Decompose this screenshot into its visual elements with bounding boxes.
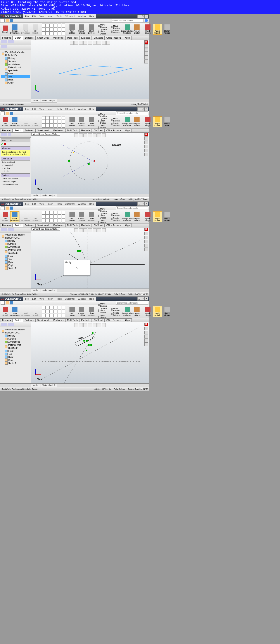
search-input[interactable] (112, 19, 144, 22)
offset-button[interactable]: Offset Entities (87, 24, 96, 35)
rapid-sketch-button[interactable]: Rapid Sketch (153, 306, 162, 317)
exit-sketch-button[interactable]: Exit Sketch (1, 116, 10, 127)
menu-edit[interactable]: Edit (31, 108, 37, 111)
circle-tool[interactable] (46, 24, 50, 27)
tree-material[interactable]: Material <not specified> (1, 66, 30, 72)
move-entities[interactable]: Move Entities (111, 212, 120, 217)
view-palette-icon[interactable] (144, 52, 148, 56)
convert-button[interactable]: Convert Entities (77, 24, 86, 35)
menu-insert[interactable]: Insert (46, 108, 54, 111)
tab-model[interactable]: Model (31, 289, 40, 292)
add-dimension-button[interactable]: Add Dimension (21, 24, 30, 35)
exit-sketch-button[interactable]: Exit Sketch (1, 306, 10, 317)
tab-weldments[interactable]: Weldments (51, 36, 66, 40)
fillet-tool[interactable] (50, 120, 54, 124)
menu-file[interactable]: File (24, 108, 30, 111)
misc-tool[interactable] (62, 124, 65, 128)
tree-origin[interactable]: Origin (1, 81, 30, 84)
config-icon[interactable] (8, 133, 11, 136)
minimize-button[interactable]: _ (137, 202, 141, 206)
save-icon[interactable] (10, 302, 13, 304)
tree-origin[interactable]: Origin (1, 359, 30, 362)
zoom-fit-icon[interactable] (70, 41, 74, 45)
tree-right[interactable]: Right (1, 261, 30, 264)
tab-align[interactable]: Align (123, 36, 132, 40)
tree-icon[interactable] (1, 40, 4, 44)
tree-top[interactable]: Top (1, 75, 30, 78)
cancel-button[interactable]: ✖ (4, 143, 6, 146)
hide-show-icon[interactable] (97, 134, 101, 138)
new-icon[interactable] (1, 301, 5, 305)
close-button[interactable]: × (145, 14, 148, 18)
menu-file[interactable]: File (24, 15, 30, 18)
move-entities[interactable]: Move Entities (111, 307, 120, 312)
centerline-tool[interactable] (42, 124, 46, 128)
save-icon[interactable] (10, 206, 13, 210)
appearances-icon[interactable] (144, 149, 148, 152)
mirror-entities[interactable]: Mirror Entities (98, 113, 108, 117)
options-header[interactable]: Options (1, 174, 30, 177)
new-icon[interactable] (1, 19, 5, 22)
spline-tool[interactable] (50, 116, 54, 120)
dynamic-mirror[interactable]: Dynamic Mirror Entities (98, 212, 108, 219)
close-button[interactable]: × (145, 107, 148, 111)
tab-model[interactable]: Model (31, 99, 40, 102)
mirror-entities[interactable]: Mirror Entities (98, 24, 108, 28)
trim-button[interactable]: Trim Entities (67, 211, 77, 222)
exit-sketch-button[interactable]: Exit Sketch (1, 211, 10, 222)
menu-insert[interactable]: Insert (46, 202, 54, 206)
chk-construction[interactable]: ☑ For construction (1, 177, 30, 180)
circle-tool[interactable] (46, 116, 50, 120)
viewport[interactable]: Wheel-Blade-Bracket (Defa... Modify ↖ *T… (31, 228, 149, 288)
ok-button[interactable]: ✔ (1, 143, 3, 146)
rotate-entities[interactable]: Rotate Entities (111, 217, 120, 221)
point-tool[interactable] (54, 120, 57, 124)
3d-sketch-button[interactable]: 3D Sketch (31, 306, 40, 317)
tab-office[interactable]: Office Products (104, 129, 123, 132)
menu-view[interactable]: View (38, 15, 45, 18)
open-icon[interactable] (6, 19, 9, 22)
save-icon[interactable] (10, 19, 13, 22)
repair-sketch-button[interactable]: Repair Sketch (132, 306, 142, 317)
repair-sketch-button[interactable]: Repair Sketch (132, 24, 142, 35)
menu-file[interactable]: File (24, 202, 30, 206)
poly-tool[interactable] (62, 24, 65, 27)
tab-features[interactable]: Features (0, 36, 13, 40)
trim-button[interactable]: Trim Entities (67, 306, 77, 317)
chk-add-dims[interactable]: ☐ Add dimensions (1, 183, 30, 186)
convert-button[interactable]: Convert Entities (77, 116, 86, 127)
menu-tools[interactable]: Tools (55, 202, 63, 206)
tab-align[interactable]: Align (123, 129, 132, 132)
convert-button[interactable]: Convert Entities (77, 306, 86, 317)
rapid-sketch-button[interactable]: Rapid Sketch (153, 116, 162, 127)
sketch-picture-button[interactable]: Sketch Picture (163, 24, 172, 35)
menu-view[interactable]: View (38, 108, 45, 111)
dynamic-mirror[interactable]: Dynamic Mirror Entities (98, 307, 108, 314)
tree-top[interactable]: Top (1, 353, 30, 356)
tree-right[interactable]: Right (1, 356, 30, 359)
sw-resources-icon[interactable]: R (144, 133, 148, 136)
text-tool[interactable] (58, 120, 61, 124)
design-lib-icon[interactable] (144, 44, 148, 48)
tree-sketch1[interactable]: Sketch1 (1, 267, 30, 270)
section-icon[interactable] (83, 41, 87, 45)
menu-3dcontrol[interactable]: 3Dcontrol (64, 15, 76, 18)
viewport[interactable]: .500 *Top R (31, 322, 149, 384)
zoom-area-icon[interactable] (79, 134, 83, 138)
tab-motion-study[interactable]: Motion Study 1 (40, 99, 57, 102)
tab-evaluate[interactable]: Evaluate (79, 36, 92, 40)
zoom-area-icon[interactable] (74, 41, 78, 45)
tab-sheetmetal[interactable]: Sheet Metal (35, 36, 51, 40)
new-icon[interactable] (1, 206, 5, 210)
misc-tool[interactable] (62, 32, 65, 35)
tree-top[interactable]: Top (1, 258, 30, 261)
tree-front[interactable]: Front (1, 72, 30, 75)
smart-dimension-button[interactable]: Smart Dimension (10, 24, 20, 35)
close-button[interactable]: × (145, 297, 148, 300)
file-explorer-icon[interactable] (144, 48, 148, 52)
display-delete-button[interactable]: Display/Delete Relations (123, 306, 132, 317)
expand-icon[interactable] (1, 45, 4, 48)
quick-snaps-button[interactable]: Quick Snaps (143, 211, 153, 222)
rotate-entities[interactable]: Rotate Entities (111, 122, 120, 126)
rect-tool[interactable] (54, 116, 57, 120)
